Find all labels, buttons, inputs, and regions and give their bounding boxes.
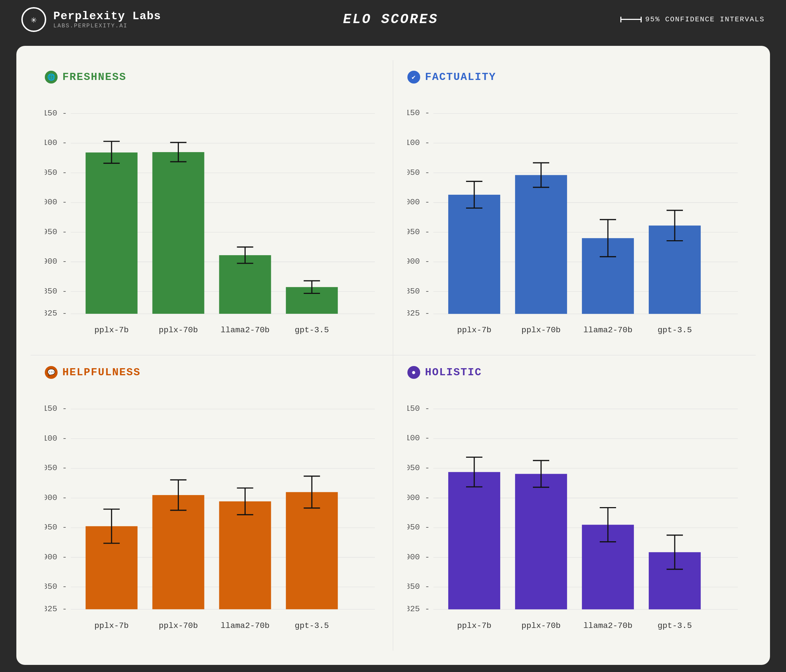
svg-text:900 -: 900 - (45, 553, 67, 562)
svg-text:950 -: 950 - (407, 523, 430, 532)
holistic-chart: 1150 - 1100 - 1050 - 1000 - 950 - 900 - … (407, 386, 742, 644)
svg-text:825 -: 825 - (407, 309, 430, 319)
svg-text:1000 -: 1000 - (407, 198, 430, 207)
svg-text:1050 -: 1050 - (45, 168, 67, 177)
freshness-chart: 1150 - 1100 - 1050 - 1000 - 950 - 900 - … (45, 91, 379, 348)
svg-text:gpt-3.5: gpt-3.5 (295, 326, 329, 335)
svg-text:850 -: 850 - (407, 287, 430, 296)
svg-text:llama2-70b: llama2-70b (583, 621, 632, 630)
svg-text:1000 -: 1000 - (407, 493, 430, 502)
helpfulness-title: HELPFULNESS (63, 366, 141, 378)
helpfulness-bar-pplx70b (152, 495, 204, 609)
svg-text:1150 -: 1150 - (407, 109, 430, 118)
svg-text:pplx-70b: pplx-70b (159, 621, 198, 630)
header-center: ELO SCORES (175, 12, 606, 27)
freshness-bar-llama2 (219, 256, 271, 314)
svg-text:1100 -: 1100 - (407, 434, 430, 443)
header-right: 95% CONFIDENCE INTERVALS (620, 15, 765, 24)
svg-text:825 -: 825 - (45, 604, 67, 614)
svg-text:825 -: 825 - (407, 604, 430, 614)
svg-text:pplx-70b: pplx-70b (521, 621, 560, 630)
freshness-bar-pplx70b (152, 152, 204, 314)
svg-text:950 -: 950 - (407, 228, 430, 237)
svg-text:1000 -: 1000 - (45, 198, 67, 207)
svg-text:llama2-70b: llama2-70b (583, 326, 632, 335)
svg-text:pplx-70b: pplx-70b (159, 326, 198, 335)
helpfulness-icon: 💬 (45, 366, 58, 379)
holistic-svg: 1150 - 1100 - 1050 - 1000 - 950 - 900 - … (407, 386, 742, 644)
svg-text:pplx-70b: pplx-70b (521, 326, 560, 335)
svg-text:1100 -: 1100 - (45, 138, 67, 148)
svg-text:1150 -: 1150 - (407, 404, 430, 413)
svg-text:850 -: 850 - (45, 287, 67, 296)
freshness-bar-pplx7b (85, 153, 137, 314)
ci-bar-line (620, 19, 642, 20)
freshness-icon: 🌐 (45, 71, 58, 83)
svg-text:1050 -: 1050 - (45, 463, 67, 473)
factuality-title: FACTUALITY (425, 71, 496, 83)
svg-text:llama2-70b: llama2-70b (220, 326, 269, 335)
svg-text:950 -: 950 - (45, 523, 67, 532)
svg-text:pplx-7b: pplx-7b (457, 621, 491, 630)
svg-text:950 -: 950 - (45, 228, 67, 237)
logo-sub: LABS.PERPLEXITY.AI (53, 23, 161, 29)
factuality-section: ✔ FACTUALITY 1150 - 1100 - 1050 - 1000 -… (393, 60, 756, 355)
svg-text:gpt-3.5: gpt-3.5 (295, 621, 329, 630)
holistic-title: HOLISTIC (425, 366, 482, 378)
svg-text:1000 -: 1000 - (45, 493, 67, 502)
svg-text:900 -: 900 - (45, 257, 67, 267)
helpfulness-chart: 1150 - 1100 - 1050 - 1000 - 950 - 900 - … (45, 386, 379, 644)
factuality-chart: 1150 - 1100 - 1050 - 1000 - 950 - 900 - … (407, 91, 742, 348)
svg-text:gpt-3.5: gpt-3.5 (657, 621, 692, 630)
svg-text:850 -: 850 - (45, 582, 67, 591)
logo-area: Perplexity Labs LABS.PERPLEXITY.AI (21, 7, 161, 32)
holistic-header: ● HOLISTIC (407, 366, 742, 379)
svg-text:825 -: 825 - (45, 309, 67, 319)
svg-text:pplx-7b: pplx-7b (457, 326, 491, 335)
factuality-bar-pplx7b (448, 195, 500, 314)
svg-text:1100 -: 1100 - (45, 434, 67, 443)
factuality-icon: ✔ (407, 71, 420, 83)
svg-text:1100 -: 1100 - (407, 138, 430, 148)
helpfulness-header: 💬 HELPFULNESS (45, 366, 379, 379)
helpfulness-bar-gpt35 (286, 492, 338, 609)
helpfulness-svg: 1150 - 1100 - 1050 - 1000 - 950 - 900 - … (45, 386, 379, 644)
elo-title: ELO SCORES (343, 12, 438, 27)
freshness-section: 🌐 FRESHNESS 1150 - 1100 - 1050 - 1000 - … (31, 60, 393, 355)
logo-text: Perplexity Labs LABS.PERPLEXITY.AI (53, 9, 161, 29)
holistic-bar-pplx70b (515, 474, 567, 609)
svg-text:pplx-7b: pplx-7b (94, 621, 128, 630)
svg-text:1050 -: 1050 - (407, 168, 430, 177)
confidence-label: 95% CONFIDENCE INTERVALS (645, 15, 765, 24)
svg-text:llama2-70b: llama2-70b (220, 621, 269, 630)
freshness-svg: 1150 - 1100 - 1050 - 1000 - 950 - 900 - … (45, 91, 379, 348)
factuality-svg: 1150 - 1100 - 1050 - 1000 - 950 - 900 - … (407, 91, 742, 348)
svg-text:900 -: 900 - (407, 257, 430, 267)
holistic-bar-pplx7b (448, 472, 500, 609)
svg-text:gpt-3.5: gpt-3.5 (657, 326, 692, 335)
svg-text:900 -: 900 - (407, 553, 430, 562)
holistic-icon: ● (407, 366, 420, 379)
main-card: 🌐 FRESHNESS 1150 - 1100 - 1050 - 1000 - … (16, 46, 770, 665)
helpfulness-bar-llama2 (219, 501, 271, 609)
svg-text:1150 -: 1150 - (45, 109, 67, 118)
freshness-header: 🌐 FRESHNESS (45, 71, 379, 83)
freshness-title: FRESHNESS (63, 71, 127, 83)
logo-icon (21, 7, 46, 32)
svg-text:pplx-7b: pplx-7b (94, 326, 128, 335)
ci-bar-icon (620, 19, 642, 20)
holistic-section: ● HOLISTIC 1150 - 1100 - 1050 - 1000 - 9… (393, 355, 756, 651)
factuality-bar-pplx70b (515, 175, 567, 314)
header: Perplexity Labs LABS.PERPLEXITY.AI ELO S… (0, 0, 786, 39)
confidence-interval-legend: 95% CONFIDENCE INTERVALS (620, 15, 765, 24)
helpfulness-section: 💬 HELPFULNESS 1150 - 1100 - 1050 - 1000 … (31, 355, 393, 651)
factuality-header: ✔ FACTUALITY (407, 71, 742, 83)
svg-text:1150 -: 1150 - (45, 404, 67, 413)
logo-title: Perplexity Labs (53, 9, 161, 23)
svg-text:850 -: 850 - (407, 582, 430, 591)
svg-text:1050 -: 1050 - (407, 463, 430, 473)
